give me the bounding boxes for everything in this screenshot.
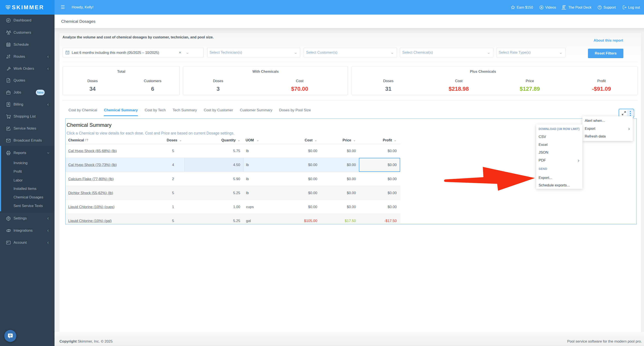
svg-text:31: 31 [66,52,69,54]
